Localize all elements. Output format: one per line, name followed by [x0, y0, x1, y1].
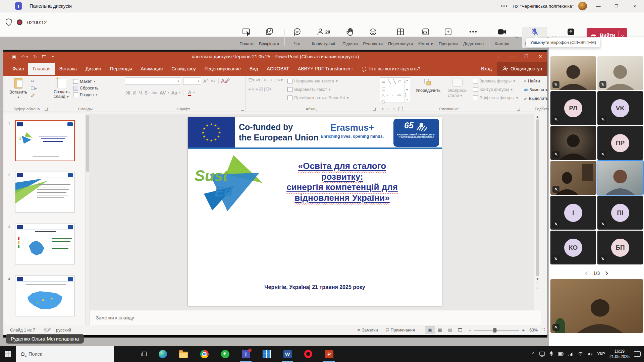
taskbar-edge[interactable] [152, 346, 173, 362]
participant-video[interactable] [597, 56, 643, 90]
taskbar-powerpoint[interactable]: P [319, 346, 339, 362]
slide-thumbnail-3[interactable] [15, 224, 75, 264]
scrollbar-thumb[interactable] [536, 119, 539, 276]
slide-1[interactable]: ★★★ ★★★ ★★★ ★★★ Co-funded by the Europea… [188, 117, 442, 306]
participant-initials[interactable]: VK [597, 91, 643, 125]
line-spacing-button[interactable]: ↕≡ [276, 77, 281, 82]
tab-abbyy[interactable]: ABBYY PDF Transformer+ [293, 63, 358, 75]
slide-title[interactable]: «Освіта для сталого розвитку: синергія к… [285, 161, 399, 203]
align-right-button[interactable]: ⫸ [256, 86, 258, 92]
spellcheck-icon[interactable]: ⎘🖉 [44, 327, 52, 333]
participant-initials[interactable]: КО [550, 231, 596, 264]
network-icon[interactable] [568, 352, 574, 356]
slideshow-icon[interactable]: 🗔 [42, 54, 46, 59]
rooms-button[interactable]: Кімнати [418, 27, 434, 48]
people-button[interactable]: 29 Користувачі [309, 27, 338, 48]
taskbar-whatsapp[interactable] [215, 346, 235, 362]
shape-effects-button[interactable]: Эффекты фигуры ▾ [473, 95, 518, 100]
clipboard-dialog-launcher[interactable] [45, 108, 48, 111]
tab-file[interactable]: Файл [8, 63, 28, 75]
participant-initials[interactable]: І [550, 196, 596, 230]
reset-button[interactable]: Сбросить [73, 86, 99, 90]
align-center-button[interactable]: ≋ [252, 86, 254, 92]
participant-initials[interactable]: ПР [597, 126, 643, 160]
format-painter-button[interactable]: 🖉 [31, 93, 37, 98]
wifi-icon[interactable] [578, 352, 583, 356]
canvas-scrollbar[interactable]: ▲ ▼ ⇈ ⇊ [534, 114, 541, 310]
raise-hand-button[interactable]: Підняти [342, 27, 358, 48]
slide-sorter-button[interactable]: ▦ [435, 326, 445, 334]
tab-design[interactable]: Дизайн [81, 63, 106, 75]
normal-view-button[interactable]: ▣ [425, 326, 435, 334]
shadow-button[interactable]: S [145, 90, 148, 96]
minimize-button[interactable]: — [592, 1, 605, 11]
align-text-button[interactable]: Выровнять текст ▾ [287, 87, 349, 92]
underline-button[interactable]: Ч [139, 90, 142, 96]
participant-initials[interactable]: РЛ [550, 91, 596, 125]
align-left-button[interactable]: ⫷ [248, 86, 251, 92]
shapes-gallery[interactable]: ▭ ╲ ╲ □ ○ ▢ △ ⌐ ⌐ ⇨ ⇩ ⬠ ⟡ ⌒ ∿ { } ☆ ▲▼⇟ [380, 77, 410, 103]
avatar[interactable] [578, 2, 587, 10]
hidden-icons-chevron[interactable]: ⌃ [531, 352, 535, 357]
fit-slide-button[interactable]: ⛶ [542, 327, 545, 333]
font-size-combo[interactable]: ▼ [183, 77, 201, 85]
comments-toggle[interactable]: 🗩 Примечания [385, 328, 415, 333]
change-case-button[interactable]: Aa [171, 90, 177, 96]
page-previous-chevron[interactable] [585, 271, 589, 276]
slide-thumbnail-1[interactable]: S [15, 120, 75, 161]
shapes-gallery-scroll[interactable]: ▲▼⇟ [405, 78, 410, 103]
copy-button[interactable]: ❏▼ [31, 86, 37, 91]
participant-video-active-speaker[interactable] [597, 161, 643, 195]
numbering-button[interactable]: ≡ [256, 77, 258, 82]
smartart-button[interactable]: Преобразовать в SmartArt ▾ [287, 95, 349, 100]
save-icon[interactable]: ▣ [12, 54, 16, 59]
paste-button[interactable]: Вставить▼ [7, 77, 29, 100]
action-center-icon[interactable] [634, 351, 641, 357]
titlebar-more-icon[interactable]: ••• [501, 3, 508, 9]
indent-button[interactable]: ⇥ [269, 77, 272, 82]
camera-button[interactable]: Камера [494, 27, 510, 48]
notes-toggle[interactable]: ≐ Заметки [357, 327, 378, 333]
slide-thumbnail-4[interactable] [15, 276, 75, 316]
strikethrough-button[interactable]: abc [150, 90, 157, 95]
zoom-slider[interactable] [474, 330, 519, 330]
tab-transitions[interactable]: Переходы [106, 63, 137, 75]
taskbar-chrome[interactable] [194, 346, 215, 362]
undo-icon[interactable]: ↶ ▾ [21, 54, 28, 59]
mic-tray-icon[interactable] [549, 351, 553, 357]
char-spacing-button[interactable]: AV [160, 90, 166, 96]
language-indicator[interactable]: русский [56, 328, 71, 333]
quick-styles-button[interactable]: Экспресс-стили ▾ [446, 77, 469, 99]
participant-initials[interactable]: ПІ [597, 196, 643, 230]
drawing-dialog-launcher[interactable] [517, 108, 520, 111]
font-color-button[interactable]: А [188, 89, 191, 96]
page-next-chevron[interactable] [604, 271, 608, 276]
close-button[interactable]: ✕ [628, 1, 641, 11]
reading-view-button[interactable]: ▥ [445, 326, 455, 334]
italic-button[interactable]: К [133, 90, 136, 96]
language-switcher[interactable]: УКР [597, 352, 605, 356]
new-slide-button[interactable]: Создатьслайд ▼ [52, 77, 72, 100]
org-account-name[interactable]: НУ "Чернігівська політехніка" [513, 4, 574, 9]
ppt-restore-button[interactable]: ❐ [519, 54, 533, 59]
restore-button[interactable]: ❐ [610, 1, 623, 11]
notes-placeholder[interactable]: Заметки к слайду [96, 315, 134, 320]
ppt-close-button[interactable]: ✕ [533, 54, 547, 59]
slide-indicator[interactable]: Слайд 1 из 7 [10, 328, 35, 333]
participant-video[interactable] [550, 161, 596, 195]
share-document-button[interactable]: Общий доступ [497, 62, 547, 76]
columns-button[interactable]: ▥ [266, 86, 269, 92]
taskbar-search[interactable]: Поиск [16, 346, 114, 362]
shape-outline-button[interactable]: Контур фигуры ▾ [473, 87, 518, 92]
taskbar-teams[interactable]: T [235, 346, 256, 362]
layout-button[interactable]: Макет▼ [73, 79, 99, 84]
next-slide-button[interactable]: ⇊ [536, 286, 539, 289]
taskbar-opera[interactable] [298, 346, 319, 362]
font-dialog-launcher[interactable] [241, 108, 244, 111]
apps-button[interactable]: Програми [438, 27, 459, 48]
shrink-font-button[interactable]: А˅ [211, 79, 216, 83]
start-button[interactable] [0, 346, 16, 362]
sign-in-button[interactable]: Вход [476, 66, 497, 71]
tab-acrobat[interactable]: ACROBAT [262, 63, 293, 75]
more-button[interactable]: ••• Додатково [463, 27, 484, 48]
